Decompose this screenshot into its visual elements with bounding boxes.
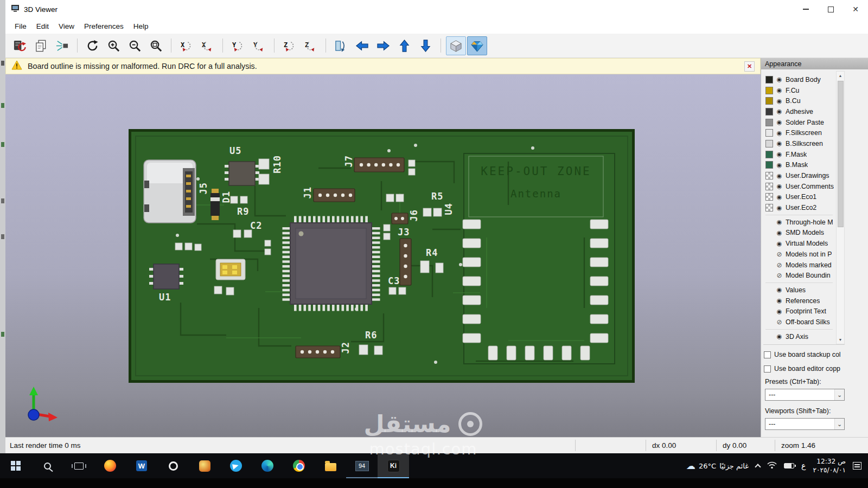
orthographic-projection-toggle[interactable] — [446, 36, 466, 55]
pan-up-button[interactable] — [394, 36, 414, 55]
3d-viewport[interactable]: KEEP-OUT ZONE Antenna U5R10J7J1J5D1R9C2R… — [5, 74, 761, 437]
appearance-row-through-hole-m[interactable]: ◉Through-hole M — [762, 217, 836, 228]
menu-preferences[interactable]: Preferences — [79, 20, 129, 33]
reload-board-button[interactable] — [10, 36, 30, 55]
appearance-scrollbar[interactable]: ▲ ▼ — [836, 71, 845, 344]
maximize-button[interactable] — [818, 0, 843, 18]
viewports-select[interactable]: --- ⌄ — [765, 418, 845, 430]
appearance-checkbox-1[interactable]: Use board editor copp — [764, 362, 846, 376]
appearance-row-3d-axis[interactable]: ◉3D Axis — [762, 331, 836, 342]
layer-color-swatch[interactable] — [765, 129, 773, 137]
redraw-button[interactable] — [82, 36, 103, 55]
raytracing-toggle[interactable] — [467, 36, 487, 55]
zoom-in-button[interactable] — [104, 36, 124, 55]
menu-view[interactable]: View — [54, 20, 79, 33]
appearance-row-user-comments[interactable]: ◉User.Comments — [762, 181, 836, 192]
copy-image-button[interactable] — [31, 36, 51, 55]
menu-help[interactable]: Help — [129, 20, 154, 33]
warning-close-button[interactable]: ✕ — [744, 61, 755, 72]
layer-color-swatch[interactable] — [765, 97, 773, 105]
layer-color-swatch[interactable] — [765, 183, 773, 190]
zoom-out-button[interactable] — [125, 36, 145, 55]
layer-color-swatch[interactable] — [765, 140, 773, 147]
weather-widget[interactable]: ☁ 26°C غائم جزئيًا — [686, 460, 749, 471]
layer-color-swatch[interactable] — [765, 204, 773, 211]
checkbox-icon[interactable] — [764, 351, 771, 358]
appearance-row-off-board-silks[interactable]: ⊘Off-board Silks — [762, 317, 836, 328]
layer-color-swatch[interactable] — [765, 87, 773, 94]
file-explorer-button[interactable] — [315, 453, 346, 478]
zoom-to-fit-button[interactable] — [146, 36, 166, 55]
appearance-row-smd-models[interactable]: ◉SMD Models — [762, 228, 836, 239]
appearance-row-b-silkscreen[interactable]: ◉B.Silkscreen — [762, 138, 836, 149]
appearance-row-values[interactable]: ◉Values — [762, 285, 836, 296]
scrollbar-thumb[interactable] — [838, 81, 844, 227]
edge-button[interactable] — [252, 453, 283, 478]
flip-board-button[interactable] — [331, 36, 351, 55]
appearance-row-virtual-models[interactable]: ◉Virtual Models — [762, 238, 836, 249]
layer-color-swatch[interactable] — [765, 193, 773, 201]
start-button[interactable] — [0, 453, 31, 478]
scroll-down-button[interactable]: ▼ — [837, 336, 844, 344]
task-view-button[interactable] — [63, 453, 94, 478]
visible-icon: ◉ — [776, 87, 783, 94]
checkbox-icon[interactable] — [764, 365, 771, 373]
language-indicator[interactable]: ع — [801, 461, 806, 470]
appearance-row-adhesive[interactable]: ◉Adhesive — [762, 106, 836, 117]
scroll-up-button[interactable]: ▲ — [837, 72, 844, 80]
appearance-row-b-cu[interactable]: ◉B.Cu — [762, 95, 836, 106]
layer-color-swatch[interactable] — [765, 161, 773, 169]
menu-edit[interactable]: Edit — [31, 20, 54, 33]
search-button[interactable] — [31, 453, 63, 478]
rotate-y-counterclockwise-button[interactable]: Y — [249, 36, 269, 55]
minimize-button[interactable] — [793, 0, 818, 18]
battery-icon[interactable] — [784, 463, 794, 468]
appearance-row-models-marked[interactable]: ⊘Models marked — [762, 260, 836, 271]
rotate-z-clockwise-button[interactable]: Z — [279, 36, 299, 55]
render-current-view-button[interactable] — [52, 36, 72, 55]
pan-left-button[interactable] — [352, 36, 372, 55]
appearance-row-user-eco1[interactable]: ◉User.Eco1 — [762, 192, 836, 203]
appearance-row-f-mask[interactable]: ◉F.Mask — [762, 149, 836, 160]
layer-color-swatch[interactable] — [765, 76, 773, 84]
rotate-y-clockwise-button[interactable]: Y — [228, 36, 248, 55]
appearance-row-b-mask[interactable]: ◉B.Mask — [762, 160, 836, 171]
window-94-button[interactable]: 94 — [346, 453, 378, 478]
menu-file[interactable]: File — [10, 20, 31, 33]
appearance-row-f-cu[interactable]: ◉F.Cu — [762, 85, 836, 96]
kicad-button[interactable]: Ki — [378, 453, 409, 478]
ring-app-button[interactable] — [157, 453, 189, 478]
chrome-button[interactable] — [283, 453, 315, 478]
appearance-row-f-silkscreen[interactable]: ◉F.Silkscreen — [762, 127, 836, 138]
appearance-row-solder-paste[interactable]: ◉Solder Paste — [762, 117, 836, 128]
firefox-button[interactable] — [94, 453, 126, 478]
appearance-row-references[interactable]: ◉References — [762, 296, 836, 306]
rotate-x-counterclockwise-button[interactable]: X — [197, 36, 218, 55]
appearance-row-user-eco2[interactable]: ◉User.Eco2 — [762, 202, 836, 213]
layer-color-swatch[interactable] — [765, 172, 773, 179]
presets-value: --- — [769, 391, 775, 399]
appearance-panel-header[interactable]: Appearance — [761, 58, 868, 69]
layer-color-swatch[interactable] — [765, 108, 773, 115]
wifi-icon[interactable] — [767, 461, 777, 471]
appearance-row-models-not-in-p[interactable]: ⊘Models not in P — [762, 249, 836, 260]
presets-select[interactable]: --- ⌄ — [765, 389, 845, 401]
appearance-row-footprint-text[interactable]: ◉Footprint Text — [762, 306, 836, 317]
clock[interactable]: 12:32 ص ٢٠٢٥/٠٨/٠١ — [813, 457, 846, 475]
appearance-row-user-drawings[interactable]: ◉User.Drawings — [762, 170, 836, 181]
appearance-row-board-body[interactable]: ◉Board Body — [762, 74, 836, 85]
layer-color-swatch[interactable] — [765, 119, 773, 126]
word-button[interactable]: W — [126, 453, 157, 478]
tray-chevron-up-icon[interactable] — [755, 464, 761, 470]
app-button[interactable] — [189, 453, 220, 478]
pan-down-button[interactable] — [416, 36, 436, 55]
pan-right-button[interactable] — [373, 36, 393, 55]
appearance-checkbox-0[interactable]: Use board stackup col — [764, 348, 846, 362]
action-center-icon[interactable] — [853, 462, 861, 470]
appearance-row-model-boundin[interactable]: ⊘Model Boundin — [762, 270, 836, 281]
messaging-app-button[interactable] — [220, 453, 252, 478]
rotate-z-counterclockwise-button[interactable]: Z — [301, 36, 321, 55]
rotate-x-clockwise-button[interactable]: X — [176, 36, 196, 55]
close-button[interactable]: ✕ — [843, 0, 868, 18]
layer-color-swatch[interactable] — [765, 151, 773, 158]
